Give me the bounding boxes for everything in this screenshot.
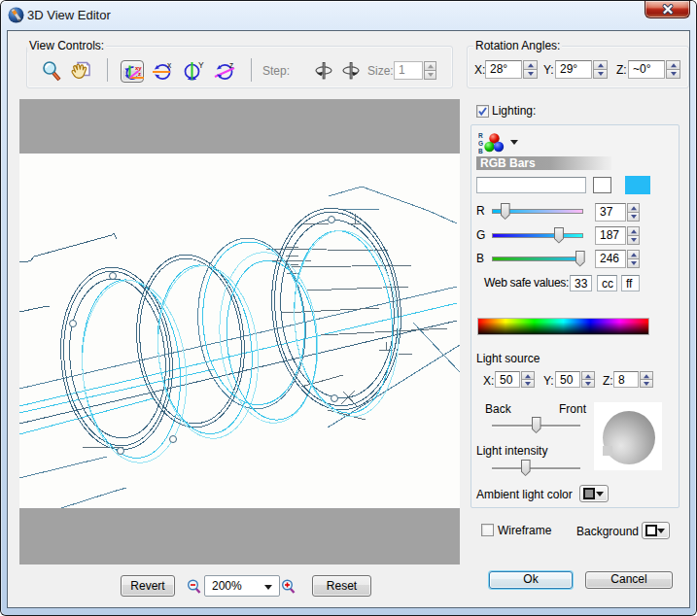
rot-z-value[interactable]: ~0° xyxy=(628,60,665,79)
rgb-bars-header: RGB Bars xyxy=(476,156,611,170)
back-label: Back xyxy=(485,402,511,416)
front-label: Front xyxy=(559,402,586,416)
ok-button[interactable]: Ok xyxy=(489,571,573,589)
slider-down-B[interactable] xyxy=(627,259,640,268)
cancel-button[interactable]: Cancel xyxy=(585,571,673,589)
rot-z-down[interactable] xyxy=(666,70,680,79)
xyz-label-bottom: z xyxy=(138,71,141,77)
slider-value-B[interactable]: 246 xyxy=(595,250,626,268)
websafe-g[interactable]: cc xyxy=(597,275,617,291)
size-spinner[interactable] xyxy=(424,61,436,80)
ls-z-spinbox[interactable]: 8 xyxy=(613,371,654,388)
size-spin-up[interactable] xyxy=(424,61,436,71)
size-spin-down[interactable] xyxy=(424,71,436,80)
background-color-dropdown[interactable] xyxy=(642,522,670,539)
ls-x-down[interactable] xyxy=(521,380,535,388)
size-value[interactable]: 1 xyxy=(394,61,423,80)
close-button[interactable] xyxy=(645,1,690,18)
app-icon xyxy=(8,7,24,23)
rot-z-spinbox[interactable]: ~0° xyxy=(628,60,680,79)
websafe-b[interactable]: ff xyxy=(621,275,640,291)
size-spinbox[interactable]: 1 xyxy=(394,61,436,80)
window-title: 3D View Editor xyxy=(27,8,111,22)
rot-z-spinner[interactable] xyxy=(666,60,680,79)
rotate-z-icon[interactable]: z xyxy=(214,60,236,82)
zoom-level-combobox[interactable]: 200% xyxy=(204,575,280,597)
rot-y-spinbox[interactable]: 29° xyxy=(555,60,608,79)
ls-y-spinner[interactable] xyxy=(581,371,595,388)
viewport-3d[interactable] xyxy=(19,99,460,565)
rot-z-up[interactable] xyxy=(666,60,680,70)
slider-thumb-G[interactable] xyxy=(554,227,564,244)
slider-track-G[interactable] xyxy=(492,233,583,238)
rot-x-spinbox[interactable]: 28° xyxy=(485,60,538,79)
back-front-thumb[interactable] xyxy=(532,417,541,433)
ls-x-value[interactable]: 50 xyxy=(495,371,520,388)
slider-up-R[interactable] xyxy=(627,203,640,213)
slider-spin-G[interactable]: 187 xyxy=(595,226,640,245)
intensity-thumb[interactable] xyxy=(521,460,531,476)
ls-z-value[interactable]: 8 xyxy=(613,371,639,388)
wireframe-checkbox-box[interactable] xyxy=(481,524,494,536)
step-label: Step: xyxy=(262,64,290,78)
rot-y-spinner[interactable] xyxy=(593,60,608,79)
pan-tool-icon[interactable] xyxy=(69,59,91,82)
zoom-out-icon[interactable] xyxy=(188,579,201,594)
rot-y-value[interactable]: 29° xyxy=(555,60,592,79)
ls-x-up[interactable] xyxy=(521,371,535,380)
ambient-color-dropdown[interactable] xyxy=(579,485,609,502)
slider-spinner-R[interactable] xyxy=(627,203,640,222)
step-left-icon[interactable] xyxy=(314,62,333,82)
ls-y-value[interactable]: 50 xyxy=(555,371,580,388)
rot-x-spinner[interactable] xyxy=(523,60,538,79)
rot-x-value[interactable]: 28° xyxy=(485,60,522,79)
light-source-label: Light source xyxy=(476,352,540,365)
websafe-r[interactable]: 33 xyxy=(570,275,592,291)
current-color-swatch[interactable] xyxy=(625,176,650,194)
slider-value-R[interactable]: 37 xyxy=(595,203,626,222)
rotate-y-icon[interactable]: Y xyxy=(183,60,205,82)
lighting-panel: R G B RGB Bars R37G187 xyxy=(470,124,680,508)
ls-y-spinbox[interactable]: 50 xyxy=(555,371,596,388)
rot-y-up[interactable] xyxy=(593,60,608,70)
rgb-mode-dropdown-icon[interactable] xyxy=(510,140,518,149)
ls-z-spinner[interactable] xyxy=(640,371,653,388)
step-right-icon[interactable] xyxy=(341,62,361,82)
slider-track-B[interactable] xyxy=(492,257,583,261)
ls-x-spinner[interactable] xyxy=(521,371,535,388)
zoom-in-icon[interactable] xyxy=(282,579,296,594)
slider-spin-B[interactable]: 246 xyxy=(595,250,640,268)
rgb-letter-g: G xyxy=(478,140,483,147)
slider-spin-R[interactable]: 37 xyxy=(595,203,640,222)
rot-x-down[interactable] xyxy=(523,70,538,79)
slider-value-G[interactable]: 187 xyxy=(595,226,626,245)
slider-up-B[interactable] xyxy=(627,250,640,259)
zoom-tool-icon[interactable] xyxy=(43,61,62,82)
intensity-track[interactable] xyxy=(492,467,580,469)
slider-down-R[interactable] xyxy=(627,213,640,222)
title-bar[interactable]: 3D View Editor xyxy=(1,1,696,30)
slider-thumb-B[interactable] xyxy=(575,251,585,267)
slider-down-G[interactable] xyxy=(627,236,640,245)
ls-x-spinbox[interactable]: 50 xyxy=(495,371,536,388)
rgb-mode-icon[interactable]: R G B xyxy=(478,131,505,154)
reset-button[interactable]: Reset xyxy=(312,575,371,597)
color-name-field[interactable] xyxy=(476,177,586,193)
slider-spinner-B[interactable] xyxy=(627,250,640,268)
white-swatch[interactable] xyxy=(593,177,611,193)
ls-z-down[interactable] xyxy=(640,380,653,388)
slider-label-R: R xyxy=(476,204,485,218)
ls-y-down[interactable] xyxy=(581,380,595,388)
background-label: Background xyxy=(576,525,639,538)
rot-x-up[interactable] xyxy=(523,60,538,70)
slider-spinner-G[interactable] xyxy=(627,226,640,245)
rotate-x-icon[interactable]: x xyxy=(152,60,174,82)
lighting-checkbox-box[interactable] xyxy=(476,105,489,118)
revert-button[interactable]: Revert xyxy=(121,575,175,597)
slider-up-G[interactable] xyxy=(627,226,640,236)
ls-z-up[interactable] xyxy=(640,371,653,380)
slider-thumb-R[interactable] xyxy=(501,203,510,220)
rot-y-down[interactable] xyxy=(593,70,608,79)
ls-y-up[interactable] xyxy=(581,371,595,380)
hue-spectrum-bar[interactable] xyxy=(477,318,649,335)
